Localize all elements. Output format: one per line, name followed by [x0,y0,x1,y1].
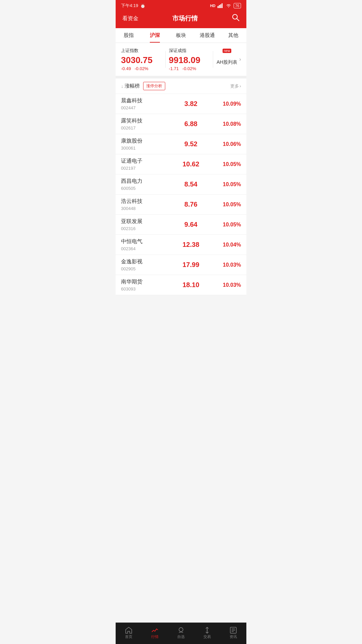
more-button[interactable]: 更多 › [230,83,241,89]
stock-name: 金逸影视 [121,258,168,265]
stock-code: 002316 [121,226,168,231]
stock-item[interactable]: 金逸影视 002905 17.99 10.03% [116,255,246,275]
list-title: ↓ 涨幅榜 [121,83,140,89]
status-time: 下午4:19 [121,3,138,9]
sort-icon: ↓ [121,84,123,89]
search-icon [232,13,240,21]
ah-stock-link[interactable]: new AH股列表 › [217,53,241,65]
stock-change: 10.05% [214,161,241,167]
stock-info: 南华期货 603093 [121,278,168,291]
stock-info: 浩云科技 300448 [121,198,168,211]
stock-change: 10.08% [214,121,241,127]
shanghai-change1: -0.49 [121,66,131,71]
stock-name: 浩云科技 [121,198,168,205]
svg-rect-1 [219,5,220,8]
stock-price: 18.10 [168,281,214,289]
stock-change: 10.05% [214,202,241,208]
stock-name: 晨鑫科技 [121,97,168,104]
stock-item[interactable]: 南华期货 603093 18.10 10.03% [116,275,246,295]
stock-change: 10.03% [214,282,241,288]
list-header: ↓ 涨幅榜 涨停分析 更多 › [116,78,246,94]
stock-change: 10.05% [214,181,241,187]
stock-change: 10.06% [214,141,241,147]
more-label: 更多 [230,83,239,89]
svg-rect-3 [222,3,223,8]
shanghai-index-value: 3030.75 [121,55,162,65]
stock-code: 603093 [121,286,168,291]
stock-code: 002617 [121,125,168,130]
status-right: HD 76 [210,3,241,8]
shenzhen-index-value: 9918.09 [169,55,210,65]
shanghai-index-change: -0.49 -0.02% [121,66,162,71]
stock-item[interactable]: 浩云科技 300448 8.76 10.05% [116,195,246,215]
stock-price: 8.76 [168,201,214,208]
stock-list: 晨鑫科技 002447 3.82 10.09% 露笑科技 002617 6.88… [116,94,246,295]
battery-level: 76 [235,4,239,8]
stock-info: 证通电子 002197 [121,158,168,171]
new-badge: new [223,49,231,53]
stock-price: 9.52 [168,140,214,148]
stock-item[interactable]: 露笑科技 002617 6.88 10.08% [116,114,246,134]
list-header-left: ↓ 涨幅榜 涨停分析 [121,82,165,90]
signal-icon [218,3,224,8]
stock-code: 300061 [121,146,168,151]
shenzhen-index[interactable]: 深证成指 9918.09 -1.71 -0.02% [169,48,210,71]
stock-code: 300448 [121,206,168,211]
stock-name: 南华期货 [121,278,168,285]
ah-arrow-icon: › [239,56,241,62]
ah-stock-label: AH股列表 [217,59,237,65]
stock-change: 10.04% [214,242,241,248]
index-divider [165,51,166,68]
shanghai-change2: -0.02% [134,66,148,71]
stock-item[interactable]: 西昌电力 600505 8.54 10.05% [116,174,246,195]
analysis-button[interactable]: 涨停分析 [143,82,165,90]
alarm-icon: ⏰ [140,3,145,8]
header-left-btn[interactable]: 看资金 [122,15,138,22]
stock-name: 中恒电气 [121,238,168,245]
tab-qita[interactable]: 其他 [220,28,246,43]
shenzhen-index-change: -1.71 -0.02% [169,66,210,71]
tab-guzhi[interactable]: 股指 [116,28,142,43]
stock-item[interactable]: 康旗股份 300061 9.52 10.06% [116,134,246,154]
tab-ganggutong[interactable]: 港股通 [194,28,220,43]
header-title: 市场行情 [172,14,198,23]
stock-name: 露笑科技 [121,117,168,124]
shenzhen-change2: -0.02% [182,66,196,71]
stock-name: 西昌电力 [121,178,168,185]
stock-item[interactable]: 证通电子 002197 10.62 10.05% [116,154,246,174]
hd-label: HD [210,4,216,8]
stock-code: 002447 [121,105,168,110]
more-arrow-icon: › [240,84,241,89]
stock-info: 亚联发展 002316 [121,218,168,231]
stock-change: 10.09% [214,101,241,107]
list-title-text: 涨幅榜 [125,83,140,89]
tab-hushen[interactable]: 沪深 [142,28,168,43]
svg-line-5 [237,19,239,21]
stock-info: 西昌电力 600505 [121,178,168,191]
search-button[interactable] [232,13,240,23]
stock-item[interactable]: 亚联发展 002316 9.64 10.05% [116,215,246,235]
status-bar: 下午4:19 ⏰ HD 76 [116,0,246,10]
svg-rect-0 [218,6,219,8]
shanghai-index-name: 上证指数 [121,48,162,54]
stock-name: 康旗股份 [121,138,168,145]
stock-name: 证通电子 [121,158,168,165]
tab-bankuai[interactable]: 板块 [168,28,194,43]
shanghai-index[interactable]: 上证指数 3030.75 -0.49 -0.02% [121,48,162,71]
status-left: 下午4:19 ⏰ [121,3,145,9]
stock-code: 002364 [121,246,168,251]
stock-item[interactable]: 中恒电气 002364 12.38 10.04% [116,235,246,255]
shenzhen-index-name: 深证成指 [169,48,210,54]
index-divider2 [213,51,213,68]
stock-info: 金逸影视 002905 [121,258,168,271]
battery-container: 76 [234,3,241,8]
stock-price: 8.54 [168,180,214,188]
stock-price: 6.88 [168,120,214,128]
stock-info: 中恒电气 002364 [121,238,168,251]
stock-code: 600505 [121,186,168,191]
stock-item[interactable]: 晨鑫科技 002447 3.82 10.09% [116,94,246,114]
stock-price: 10.62 [168,160,214,168]
tab-bar: 股指 沪深 板块 港股通 其他 [116,28,246,43]
stock-price: 9.64 [168,221,214,228]
stock-price: 12.38 [168,241,214,249]
